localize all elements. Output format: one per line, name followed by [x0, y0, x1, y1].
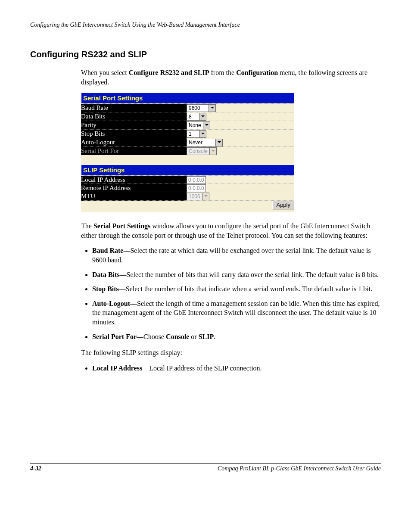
feature-text: —Local IP address of the SLIP connection…: [142, 364, 262, 372]
feature-text: —Select the rate at which data will be e…: [92, 247, 371, 264]
text: —Choose: [137, 333, 166, 340]
intro-bold-2: Configuration: [236, 69, 278, 76]
local-ip-label: Local IP Address: [81, 176, 187, 184]
text: or: [189, 333, 198, 340]
data-bits-value: 8: [187, 113, 199, 120]
slip-intro-paragraph: The following SLIP settings display:: [81, 348, 381, 358]
feature-text: —Select the number of bits that will car…: [120, 271, 379, 278]
list-item: Stop Bits—Select the number of bits that…: [92, 284, 381, 294]
document-title: Compaq ProLiant BL p-Class GbE Interconn…: [218, 465, 381, 472]
data-bits-label: Data Bits: [81, 112, 187, 121]
intro-paragraph: When you select Configure RS232 and SLIP…: [81, 68, 381, 87]
list-item: Auto-Logout—Select the length of time a …: [92, 299, 381, 327]
list-item: Baud Rate—Select the rate at which data …: [92, 246, 381, 264]
chevron-down-icon[interactable]: [215, 139, 222, 146]
stop-bits-label: Stop Bits: [81, 130, 187, 138]
chevron-down-icon[interactable]: [199, 113, 206, 120]
auto-logout-select[interactable]: Never: [187, 139, 223, 146]
serial-port-for-value: Console: [187, 148, 209, 155]
baud-rate-value: 9600: [187, 105, 209, 112]
parity-value: None: [187, 122, 203, 129]
data-bits-select[interactable]: 8: [187, 113, 206, 121]
feature-text: —Select the length of time a management …: [92, 300, 380, 326]
baud-rate-select[interactable]: 9600: [187, 104, 216, 112]
remote-ip-input[interactable]: 0.0.0.0: [187, 184, 206, 192]
text-bold: Console: [166, 333, 189, 340]
serial-settings-description: The Serial Port Settings window allows y…: [81, 221, 381, 240]
feature-name: Auto-Logout: [92, 300, 130, 307]
text-bold: SLIP: [199, 333, 214, 340]
slip-list: Local IP Address—Local IP address of the…: [81, 364, 381, 373]
chevron-down-icon: [202, 193, 209, 200]
page-footer: 4-32 Compaq ProLiant BL p-Class GbE Inte…: [30, 463, 381, 472]
stop-bits-value: 1: [187, 131, 199, 137]
stop-bits-select[interactable]: 1: [187, 130, 206, 138]
mtu-select: 1006: [187, 193, 209, 200]
remote-ip-label: Remote IP Address: [81, 184, 187, 192]
text: The: [81, 222, 93, 230]
settings-screenshot: Serial Port Settings Baud Rate 9600 Data…: [81, 93, 294, 212]
section-heading: Configuring RS232 and SLIP: [30, 50, 381, 59]
intro-text: When you select: [81, 69, 129, 76]
baud-rate-label: Baud Rate: [81, 104, 187, 112]
text: .: [214, 333, 215, 340]
mtu-label: MTU: [81, 192, 187, 201]
chevron-down-icon[interactable]: [199, 131, 206, 137]
text-bold: Serial Port Settings: [93, 222, 150, 230]
list-item: Data Bits—Select the number of bits that…: [92, 270, 381, 280]
serial-port-for-label: Serial Port For: [81, 147, 187, 156]
feature-list: Baud Rate—Select the rate at which data …: [81, 246, 381, 341]
chevron-down-icon[interactable]: [203, 122, 210, 129]
slip-settings-header: SLIP Settings: [81, 165, 294, 175]
feature-text: —Select the number of bits that indicate…: [119, 285, 372, 292]
list-item: Local IP Address—Local IP address of the…: [92, 364, 381, 373]
feature-name: Baud Rate: [92, 247, 123, 254]
parity-select[interactable]: None: [187, 121, 210, 129]
list-item: Serial Port For—Choose Console or SLIP.: [92, 332, 381, 342]
chevron-down-icon: [209, 148, 216, 155]
serial-port-for-select: Console: [187, 147, 217, 155]
auto-logout-label: Auto-Logout: [81, 138, 187, 147]
mtu-value: 1006: [187, 193, 202, 200]
auto-logout-value: Never: [187, 139, 215, 146]
intro-bold-1: Configure RS232 and SLIP: [129, 69, 209, 76]
feature-name: Serial Port For: [92, 333, 137, 340]
local-ip-input[interactable]: 0.0.0.0: [187, 176, 206, 184]
intro-text-mid: from the: [209, 69, 236, 76]
serial-port-settings-header: Serial Port Settings: [81, 93, 294, 103]
parity-label: Parity: [81, 121, 187, 130]
page-number: 4-32: [30, 465, 41, 472]
apply-button[interactable]: Apply: [272, 201, 294, 209]
running-header: Configuring the GbE Interconnect Switch …: [30, 22, 381, 30]
feature-name: Stop Bits: [92, 285, 119, 292]
feature-name: Data Bits: [92, 271, 120, 278]
chevron-down-icon[interactable]: [209, 105, 215, 112]
feature-name: Local IP Address: [92, 364, 142, 372]
